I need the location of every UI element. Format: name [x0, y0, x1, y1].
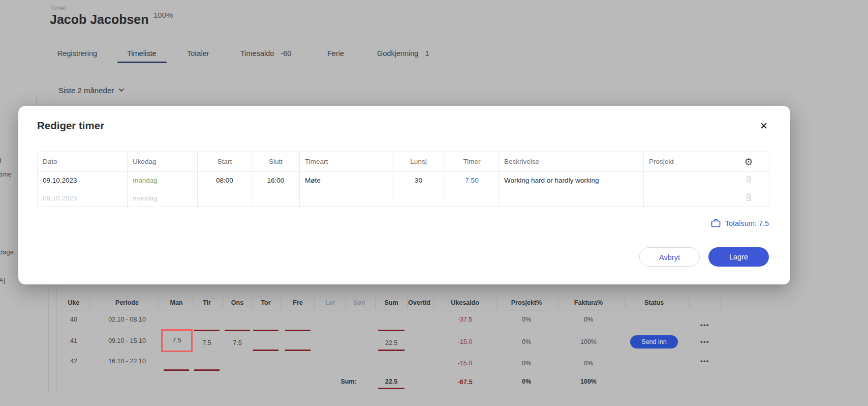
slutt-cell[interactable]: [252, 189, 300, 207]
col-header-status: Status: [644, 299, 664, 306]
sum-underline: [378, 350, 405, 351]
send-inn-button[interactable]: Send inn: [630, 335, 678, 349]
clipped-text: time: [0, 170, 12, 178]
faktura-percent: 0%: [584, 316, 593, 323]
sum-underline: [378, 330, 405, 331]
day-input-tir[interactable]: [194, 330, 220, 331]
week-number: 42: [70, 358, 77, 365]
table-edge-fragment: [36, 95, 37, 105]
delete-cell[interactable]: [728, 189, 769, 207]
page-title: Jacob Jacobsen: [50, 12, 149, 27]
table-edge-fragment: [52, 95, 52, 105]
lunsj-cell[interactable]: [392, 189, 445, 207]
tab-ferie[interactable]: Ferie: [327, 49, 344, 57]
edit-hours-modal: Rediger timer ✕ Dato Ukedag Start Slutt …: [18, 106, 790, 284]
tab-totaler[interactable]: Totaler: [187, 49, 209, 57]
day-input-tor[interactable]: [253, 330, 278, 331]
edit-hours-table: Dato Ukedag Start Slutt Timeart Lunsj Ti…: [37, 152, 769, 207]
timer-cell[interactable]: [445, 189, 499, 207]
timeart-cell[interactable]: [300, 189, 392, 207]
tab-registrering[interactable]: Registrering: [57, 49, 97, 57]
totalsum-row: Totalsum: 7.5: [711, 219, 769, 227]
day-input-tir[interactable]: [194, 369, 220, 371]
col-dato: Dato: [38, 152, 128, 171]
briefcase-icon: [711, 219, 721, 227]
tab-godkjenning[interactable]: Godkjenning1: [377, 49, 429, 57]
prosjekt-cell[interactable]: [644, 189, 728, 207]
table-edge-fragment: [48, 285, 49, 393]
chevron-down-icon: [118, 88, 125, 92]
modal-title: Rediger timer: [37, 120, 104, 132]
timer-cell[interactable]: 7.50: [445, 171, 499, 189]
trash-icon: [745, 175, 753, 184]
day-input-tir[interactable]: 7.5: [202, 339, 211, 346]
day-input-ons[interactable]: [225, 330, 250, 331]
col-header-uke: Uke: [68, 299, 80, 306]
dato-cell[interactable]: 09.10.2023: [38, 171, 128, 189]
totals-sum-underline: [378, 388, 405, 389]
ukesaldo-value: -37.5: [458, 316, 473, 323]
header-divider: [58, 310, 722, 310]
timeart-cell[interactable]: Møte: [300, 171, 392, 189]
slutt-cell[interactable]: 16:00: [252, 171, 300, 189]
day-input-fre[interactable]: [285, 350, 311, 351]
page-eyebrow: Timer: [50, 5, 66, 12]
cancel-button[interactable]: Avbryt: [639, 247, 700, 267]
lunsj-cell[interactable]: 30: [392, 171, 445, 189]
faktura-percent: 0%: [584, 360, 593, 367]
period-filter-dropdown[interactable]: Siste 2 måneder: [58, 86, 125, 95]
save-button[interactable]: Lagre: [708, 247, 769, 267]
col-header-son: Søn: [353, 299, 365, 306]
col-beskrivelse: Beskrivelse: [499, 152, 644, 171]
row-menu-icon[interactable]: •••: [700, 321, 709, 329]
ukesaldo-value: -15.0: [458, 338, 473, 345]
day-input-man-selected[interactable]: 7.5: [161, 329, 193, 352]
totals-ukesaldo: -67.5: [457, 378, 473, 386]
row-menu-icon[interactable]: •••: [700, 338, 709, 345]
week-number: 40: [70, 316, 77, 323]
active-tab-indicator: [117, 62, 167, 63]
table-edge-fragment: [56, 285, 57, 393]
start-cell[interactable]: [198, 189, 252, 207]
godkjenning-badge: 1: [425, 49, 429, 57]
dato-cell[interactable]: 09.10.2023: [38, 189, 128, 207]
col-timeart: Timeart: [300, 152, 392, 171]
app-screen: Timer Jacob Jacobsen 100% Registrering T…: [0, 0, 868, 406]
week-sum: 22.5: [385, 339, 397, 346]
col-header-periode: Periode: [115, 299, 139, 306]
col-header-tir: Tir: [203, 299, 211, 306]
col-header-sum: Sum: [384, 299, 398, 306]
table-row: 09.10.2023 mandag 08:00 16:00 Møte 30 7.…: [38, 171, 769, 189]
col-header-tor: Tor: [261, 299, 270, 306]
start-cell[interactable]: 08:00: [198, 171, 252, 189]
beskrivelse-cell[interactable]: [499, 189, 644, 207]
totals-faktura: 100%: [580, 378, 597, 385]
week-number: 41: [70, 337, 77, 344]
col-header-ons: Ons: [231, 299, 243, 306]
gear-icon[interactable]: ⚙: [744, 156, 753, 167]
prosjekt-percent: 0%: [522, 338, 531, 345]
col-lunsj: Lunsj: [392, 152, 445, 171]
tab-timesaldo[interactable]: Timesaldo-60: [240, 49, 291, 57]
tab-timeliste[interactable]: Timeliste: [127, 49, 156, 57]
close-icon[interactable]: ✕: [760, 120, 768, 131]
ukedag-cell: mandag: [128, 189, 198, 207]
row-menu-icon[interactable]: •••: [700, 357, 709, 365]
col-start: Start: [198, 152, 252, 171]
week-period: 16.10 - 22.10: [108, 358, 146, 365]
beskrivelse-cell[interactable]: Working hard or hardly working: [499, 171, 644, 189]
day-input-tor[interactable]: [253, 350, 278, 351]
clipped-text: A]: [0, 276, 5, 284]
prosjekt-cell[interactable]: [644, 171, 728, 189]
col-timer: Timer: [445, 152, 499, 171]
day-input-man[interactable]: [164, 369, 189, 371]
trash-icon: [745, 193, 753, 201]
day-input-ons[interactable]: 7.5: [233, 339, 241, 346]
totals-label: Sum:: [340, 378, 356, 385]
col-header-faktura: Faktura%: [574, 299, 603, 306]
col-header-man: Man: [170, 299, 183, 306]
day-input-fre[interactable]: [285, 330, 311, 331]
timesaldo-badge: -60: [281, 49, 291, 57]
delete-cell[interactable]: [728, 171, 769, 189]
ukesaldo-value: -15.0: [458, 360, 473, 367]
